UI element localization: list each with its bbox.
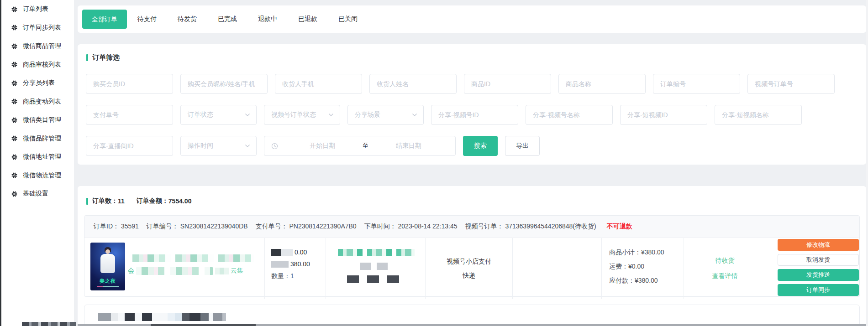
filter-input[interactable] bbox=[653, 74, 740, 94]
product-name-line2: 会 云集 bbox=[128, 266, 243, 275]
tab-item[interactable]: 退款中 bbox=[258, 15, 277, 23]
sidebar-item[interactable]: 基础设置 bbox=[1, 185, 74, 203]
poster-title: 美之夜 bbox=[90, 278, 125, 285]
product-image[interactable]: 美之夜 bbox=[90, 243, 125, 290]
product-cell: 美之夜 会 云集 bbox=[84, 238, 264, 299]
recipient-censored-line bbox=[360, 263, 425, 270]
ship-push-button[interactable]: 发货推送 bbox=[778, 269, 859, 281]
clock-icon bbox=[271, 143, 278, 150]
date-separator: 至 bbox=[363, 142, 369, 150]
view-detail-link[interactable]: 查看详情 bbox=[712, 272, 738, 280]
recipient-cell bbox=[326, 238, 425, 299]
recipient-censored-line bbox=[347, 275, 425, 283]
tab-item[interactable]: 待支付 bbox=[137, 15, 157, 23]
filter-input[interactable] bbox=[369, 74, 457, 94]
gear-icon bbox=[11, 43, 18, 50]
actions-cell: 修改物流取消发货发货推送订单同步 bbox=[766, 238, 859, 299]
tab-active[interactable]: 全部订单 bbox=[82, 10, 127, 29]
select-placeholder: 视频号订单状态 bbox=[271, 111, 316, 119]
horizontal-scrollbar-thumb[interactable] bbox=[151, 324, 256, 326]
paid-price-visible: 380.00 bbox=[290, 260, 310, 268]
gear-icon bbox=[11, 191, 18, 197]
sidebar-item[interactable]: 分享员列表 bbox=[1, 74, 74, 93]
sidebar-item[interactable]: 微信商品管理 bbox=[1, 37, 74, 56]
filter-input[interactable] bbox=[86, 136, 173, 156]
quantity-label: 数量： bbox=[271, 272, 290, 279]
price-cell: 0.00 380.00 数量：1 bbox=[264, 238, 326, 299]
order-header-field: 下单时间： 2023-08-14 22:13:45 bbox=[364, 223, 458, 231]
order-header-field: 支付单号： PN230814221390A7B0 bbox=[256, 223, 357, 231]
tab-item[interactable]: 已退款 bbox=[298, 15, 317, 23]
tab-item[interactable]: 已关闭 bbox=[338, 15, 358, 23]
sidebar-item-label: 订单同步列表 bbox=[23, 24, 61, 32]
search-button[interactable]: 搜索 bbox=[463, 136, 498, 156]
payment-cell: 视频号小店支付 快递 bbox=[425, 238, 512, 299]
order-header-field: 视频号订单： 3713639964544206848(待收货) bbox=[465, 223, 596, 231]
date-range-input[interactable]: 开始日期至结束日期 bbox=[264, 136, 456, 156]
sidebar-item[interactable]: 商品审核列表 bbox=[1, 56, 74, 74]
sidebar-item[interactable]: 订单同步列表 bbox=[1, 19, 74, 37]
filter-input[interactable] bbox=[464, 74, 551, 94]
sidebar-item[interactable]: 微信地址管理 bbox=[1, 148, 74, 166]
export-button[interactable]: 导出 bbox=[505, 136, 540, 156]
sidebar-item-label: 订单列表 bbox=[23, 5, 48, 13]
order-sync-button[interactable]: 订单同步 bbox=[778, 284, 859, 296]
filter-input[interactable] bbox=[620, 105, 707, 125]
censored-order-header bbox=[98, 313, 226, 321]
sidebar-item[interactable]: 商品变动列表 bbox=[1, 93, 74, 111]
sidebar-item[interactable]: 订单列表 bbox=[1, 0, 74, 19]
filter-input[interactable] bbox=[275, 74, 362, 94]
filter-title: 订单筛选 bbox=[92, 53, 120, 62]
money-row: 应付款：¥380.00 bbox=[609, 277, 684, 285]
gear-icon bbox=[11, 24, 18, 31]
filter-row: 操作时间开始日期至结束日期搜索导出 bbox=[86, 136, 866, 156]
filter-input[interactable] bbox=[86, 74, 173, 94]
select-placeholder: 操作时间 bbox=[188, 142, 213, 150]
order-status-text: 待收货 bbox=[715, 257, 735, 265]
quantity-line: 数量：1 bbox=[271, 272, 326, 280]
filter-input[interactable] bbox=[558, 74, 646, 94]
gear-icon bbox=[11, 61, 18, 68]
order-header-field: 订单ID： 35591 bbox=[94, 223, 139, 231]
filter-select[interactable]: 分享场景 bbox=[347, 105, 424, 125]
filter-row: 订单状态视频号订单状态分享场景 bbox=[86, 105, 866, 125]
sidebar-item[interactable]: 微信类目管理 bbox=[1, 111, 74, 129]
gear-icon bbox=[11, 80, 18, 87]
select-placeholder: 订单状态 bbox=[188, 111, 213, 119]
product-name-fragment: 会 bbox=[128, 267, 134, 275]
filter-input[interactable] bbox=[180, 74, 268, 94]
filter-select[interactable]: 操作时间 bbox=[180, 136, 257, 156]
refund-flag: 不可退款 bbox=[607, 223, 632, 231]
status-cell: 待收货 查看详情 bbox=[684, 238, 766, 299]
filter-select[interactable]: 视频号订单状态 bbox=[264, 105, 340, 125]
sidebar-item[interactable]: 微信品牌管理 bbox=[1, 129, 74, 148]
delivery-method: 快递 bbox=[463, 272, 475, 280]
filter-input[interactable] bbox=[86, 105, 173, 125]
recipient-censored-line bbox=[338, 249, 415, 256]
filter-select[interactable]: 订单状态 bbox=[180, 105, 257, 125]
censor-block bbox=[271, 249, 281, 256]
filter-input[interactable] bbox=[431, 105, 518, 125]
chevron-down-icon bbox=[328, 113, 334, 117]
filter-input[interactable] bbox=[715, 105, 802, 125]
tab-item[interactable]: 待发货 bbox=[178, 15, 197, 23]
filter-input[interactable] bbox=[747, 74, 835, 94]
order-count-label: 订单数： bbox=[92, 197, 118, 205]
product-name-censored bbox=[128, 254, 254, 262]
cancel-shipment-button[interactable]: 取消发货 bbox=[778, 254, 859, 266]
sidebar-item[interactable]: 微信物流管理 bbox=[1, 166, 74, 185]
filter-rows: 订单状态视频号订单状态分享场景操作时间开始日期至结束日期搜索导出 bbox=[78, 62, 866, 156]
tab-item[interactable]: 已完成 bbox=[218, 15, 237, 23]
empty-cell bbox=[512, 238, 601, 299]
filter-header: 订单筛选 bbox=[78, 44, 866, 62]
order-header-field: 订单编号： SN23081422139040DB bbox=[147, 223, 248, 231]
select-placeholder: 分享场景 bbox=[355, 111, 380, 119]
filter-row bbox=[86, 74, 866, 94]
sidebar-item-label: 微信商品管理 bbox=[23, 42, 61, 50]
sidebar-item-label: 微信物流管理 bbox=[23, 171, 61, 180]
money-row: 商品小计：¥380.00 bbox=[609, 248, 684, 257]
modify-logistics-button[interactable]: 修改物流 bbox=[778, 239, 859, 251]
sidebar-item-label: 商品审核列表 bbox=[23, 61, 61, 69]
horizontal-scrollbar-track[interactable] bbox=[78, 324, 868, 326]
filter-input[interactable] bbox=[526, 105, 613, 125]
